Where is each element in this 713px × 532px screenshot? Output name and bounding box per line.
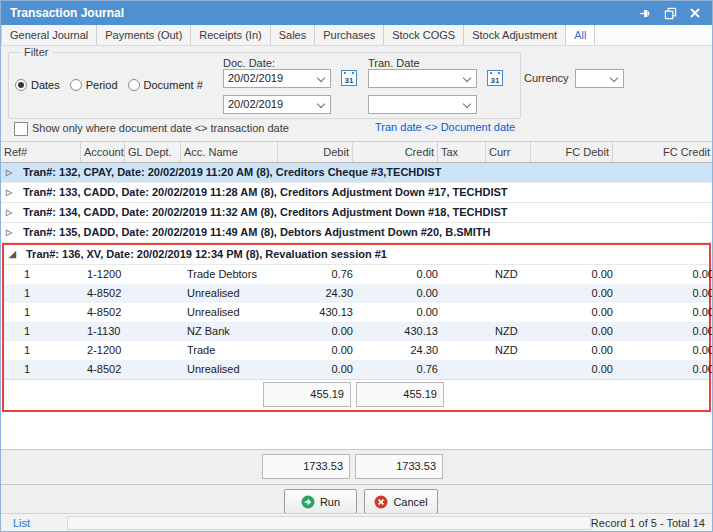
restore-icon[interactable]	[663, 6, 677, 20]
cell-credit: 0.00	[356, 265, 441, 284]
expand-icon[interactable]: ▷	[6, 203, 16, 222]
cell-acc_name: Unrealised	[184, 360, 281, 379]
column-header-tax[interactable]: Tax	[438, 142, 486, 162]
detail-row[interactable]: 14-8502Unrealised24.300.000.000.00	[4, 284, 709, 303]
cell-debit: 0.00	[281, 360, 356, 379]
cell-debit: 24.30	[281, 284, 356, 303]
highlighted-group-box: ◢Tran#: 136, XV, Date: 20/02/2019 12:34 …	[2, 243, 711, 412]
cell-acc_name: Trade Debtors	[184, 265, 281, 284]
cancel-button[interactable]: Cancel	[364, 489, 438, 514]
expand-icon[interactable]: ▷	[6, 163, 16, 182]
tran-date-calendar-icon[interactable]: 31	[487, 70, 503, 86]
column-header-debit[interactable]: Debit	[278, 142, 353, 162]
detail-row[interactable]: 14-8502Unrealised0.000.760.000.00	[4, 360, 709, 379]
button-bar: Run Cancel	[1, 485, 712, 513]
cell-ref: 1	[4, 284, 84, 303]
column-header-account[interactable]: Account	[81, 142, 125, 162]
column-header-fc_credit[interactable]: FC Credit	[613, 142, 713, 162]
title-bar: Transaction Journal	[1, 1, 712, 25]
detail-row[interactable]: 12-1200Trade0.0024.30NZD0.000.00	[4, 341, 709, 360]
doc-date-from-combo[interactable]: 20/02/2019	[223, 69, 331, 88]
column-header-gl_dept[interactable]: GL Dept.	[125, 142, 181, 162]
status-panel	[67, 516, 591, 530]
radio-period[interactable]: Period	[70, 79, 118, 91]
run-arrow-icon	[301, 495, 315, 509]
cell-credit: 430.13	[356, 322, 441, 341]
transaction-journal-window: Transaction Journal	[0, 0, 713, 532]
run-button-label: Run	[320, 496, 340, 508]
tab-all[interactable]: All	[566, 25, 595, 45]
cell-account: 1-1130	[84, 322, 128, 341]
detail-row[interactable]: 11-1200Trade Debtors0.760.00NZD0.000.00	[4, 265, 709, 284]
show-only-checkbox-label: Show only where document date <> transac…	[32, 122, 289, 134]
group-row[interactable]: ▷Tran#: 135, DADD, Date: 20/02/2019 11:4…	[1, 223, 712, 243]
detail-row[interactable]: 11-1130NZ Bank0.00430.13NZD0.000.00	[4, 322, 709, 341]
column-header-acc_name[interactable]: Acc. Name	[181, 142, 278, 162]
transaction-grid: Ref#AccountGL Dept.Acc. NameDebitCreditT…	[1, 141, 712, 449]
column-header-fc_debit[interactable]: FC Debit	[531, 142, 613, 162]
cell-account: 1-1200	[84, 265, 128, 284]
radio-period-label: Period	[86, 79, 118, 91]
cell-tax	[441, 303, 489, 322]
cell-debit: 0.76	[281, 265, 356, 284]
run-button[interactable]: Run	[284, 489, 357, 514]
cell-credit: 0.00	[356, 303, 441, 322]
tab-stock-cogs[interactable]: Stock COGS	[384, 25, 464, 45]
group-row[interactable]: ▷Tran#: 134, CADD, Date: 20/02/2019 11:3…	[1, 203, 712, 223]
column-header-credit[interactable]: Credit	[353, 142, 438, 162]
doc-date-calendar-icon[interactable]: 31	[341, 70, 357, 86]
tran-date-document-date-link[interactable]: Tran date <> Document date	[375, 121, 515, 133]
tab-general-journal[interactable]: General Journal	[1, 25, 97, 45]
cell-curr	[489, 284, 534, 303]
radio-document[interactable]: Document #	[128, 79, 203, 91]
cell-debit: 0.00	[281, 341, 356, 360]
detail-row[interactable]: 14-8502Unrealised430.130.000.000.00	[4, 303, 709, 322]
cell-tax	[441, 322, 489, 341]
group-row-text: Tran#: 133, CADD, Date: 20/02/2019 11:28…	[23, 183, 508, 202]
currency-label: Currency	[524, 72, 569, 84]
status-bar: List Record 1 of 5 - Total 14	[1, 513, 712, 532]
expand-icon[interactable]: ▷	[6, 183, 16, 202]
tab-payments-out[interactable]: Payments (Out)	[97, 25, 191, 45]
column-header-ref[interactable]: Ref#	[1, 142, 81, 162]
show-only-checkbox[interactable]	[14, 122, 28, 136]
tab-sales[interactable]: Sales	[271, 25, 316, 45]
cell-debit: 0.00	[281, 322, 356, 341]
cell-fc_debit: 0.00	[534, 341, 616, 360]
cell-curr: NZD	[489, 322, 534, 341]
tran-date-to-combo[interactable]	[368, 95, 477, 114]
grand-total-credit: 1733.53	[355, 454, 443, 479]
cell-tax	[441, 284, 489, 303]
cell-account: 4-8502	[84, 284, 128, 303]
column-header-curr[interactable]: Curr	[486, 142, 531, 162]
group-row[interactable]: ▷Tran#: 133, CADD, Date: 20/02/2019 11:2…	[1, 183, 712, 203]
radio-period-circle	[70, 79, 82, 91]
status-view-label: List	[13, 517, 30, 529]
cell-curr: NZD	[489, 265, 534, 284]
expand-icon[interactable]: ▷	[6, 223, 16, 242]
grid-body: ▷Tran#: 132, CPAY, Date: 20/02/2019 11:2…	[1, 163, 712, 412]
group-row[interactable]: ◢Tran#: 136, XV, Date: 20/02/2019 12:34 …	[4, 245, 709, 265]
group-row[interactable]: ▷Tran#: 132, CPAY, Date: 20/02/2019 11:2…	[1, 163, 712, 183]
doc-date-to-combo[interactable]: 20/02/2019	[223, 95, 331, 114]
cell-debit: 430.13	[281, 303, 356, 322]
tab-stock-adjustment[interactable]: Stock Adjustment	[464, 25, 566, 45]
cell-account: 2-1200	[84, 341, 128, 360]
cancel-x-icon	[374, 495, 388, 509]
tab-receipts-in[interactable]: Receipts (In)	[191, 25, 270, 45]
pin-icon[interactable]	[638, 6, 652, 20]
group-total-debit: 455.19	[263, 382, 351, 407]
cell-fc_credit: 0.00	[616, 284, 713, 303]
cell-credit: 0.00	[356, 284, 441, 303]
close-icon[interactable]	[688, 6, 702, 20]
cell-gl_dept	[128, 265, 184, 284]
cell-fc_credit: 0.00	[616, 322, 713, 341]
cell-fc_credit: 0.00	[616, 360, 713, 379]
doc-date-label: Doc. Date:	[223, 57, 275, 69]
tab-purchases[interactable]: Purchases	[315, 25, 384, 45]
cell-account: 4-8502	[84, 303, 128, 322]
collapse-icon[interactable]: ◢	[9, 245, 19, 264]
currency-combo[interactable]	[575, 69, 624, 88]
tran-date-from-combo[interactable]	[368, 69, 477, 88]
radio-dates[interactable]: Dates	[15, 79, 60, 91]
